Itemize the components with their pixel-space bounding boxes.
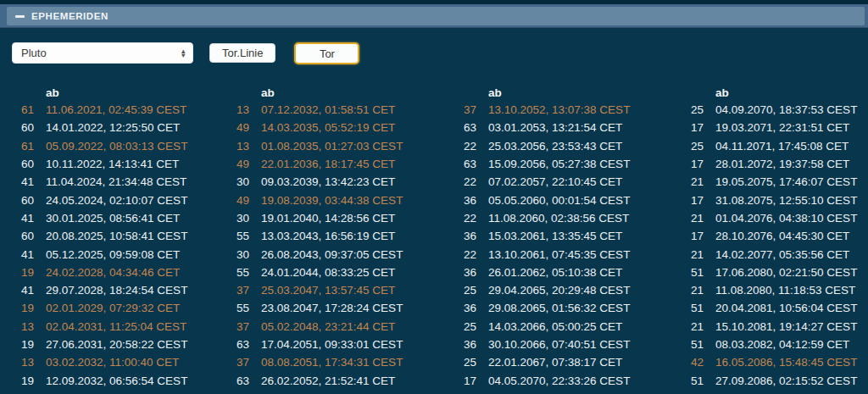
table-row: 4130.01.2025, 08:56:41 CET (12, 209, 227, 227)
gate-number: 37 (227, 320, 249, 333)
entry-datetime: 29.04.2065, 20:29:48 CEST (488, 284, 682, 297)
ephemeris-column: ab2504.09.2070, 18:37:53 CEST1719.03.207… (682, 85, 868, 390)
table-row: 1731.08.2075, 12:55:10 CEST (682, 191, 868, 208)
ephemeris-column: ab3713.10.2052, 13:07:38 CEST6303.01.205… (454, 85, 682, 390)
gate-number: 17 (682, 121, 704, 134)
table-row: 6326.02.2052, 21:52:41 CET (227, 371, 454, 389)
gate-number: 51 (682, 302, 704, 314)
gate-number: 22 (454, 212, 476, 225)
table-row: 3713.10.2052, 13:07:38 CEST (454, 101, 682, 119)
table-row: 1927.06.2031, 20:58:22 CEST (12, 336, 227, 353)
entry-datetime: 14.03.2035, 05:52:19 CET (261, 121, 454, 134)
table-row: 1719.03.2071, 22:31:51 CET (682, 119, 868, 136)
entry-datetime: 23.08.2047, 17:28:24 CEST (261, 302, 454, 314)
entry-datetime: 08.03.2082, 04:12:59 CET (715, 338, 868, 351)
table-row: 3019.01.2040, 14:28:56 CET (227, 209, 454, 227)
gate-number: 51 (682, 375, 704, 387)
table-row: 4129.07.2028, 18:24:54 CEST (12, 281, 227, 299)
table-row: 1301.08.2035, 01:27:03 CEST (227, 137, 454, 155)
gate-number: 37 (454, 103, 476, 116)
table-row: 6315.09.2056, 05:27:38 CEST (454, 155, 682, 173)
table-row: 1728.01.2072, 19:37:58 CET (682, 155, 868, 173)
gate-number: 17 (682, 158, 704, 170)
table-row: 2211.08.2060, 02:38:56 CEST (454, 209, 682, 227)
entry-datetime: 17.06.2080, 02:21:50 CEST (715, 266, 868, 279)
entry-datetime: 26.08.2043, 09:37:05 CEST (261, 248, 454, 261)
gate-number: 60 (12, 230, 34, 242)
entry-datetime: 13.10.2061, 07:45:35 CEST (488, 248, 682, 261)
entry-datetime: 15.10.2081, 19:14:27 CEST (715, 320, 868, 333)
gate-number: 13 (227, 103, 249, 116)
entry-datetime: 04.11.2071, 17:45:08 CET (715, 140, 868, 153)
entry-datetime: 19.03.2071, 22:31:51 CET (715, 121, 868, 134)
table-row: 1303.02.2032, 11:00:40 CET (12, 353, 227, 371)
gate-number: 60 (12, 194, 34, 207)
entry-datetime: 17.04.2051, 09:33:01 CEST (261, 338, 454, 351)
gate-number: 25 (454, 284, 476, 297)
table-row: 5120.04.2081, 10:56:04 CEST (682, 299, 868, 317)
tor-button[interactable]: Tor (294, 42, 359, 64)
entry-datetime: 05.12.2025, 09:59:08 CET (46, 248, 227, 261)
table-row: 6317.04.2051, 09:33:01 CEST (227, 336, 454, 353)
entry-datetime: 26.01.2062, 05:10:38 CET (488, 266, 682, 279)
table-row: 4922.01.2036, 18:17:45 CET (227, 155, 454, 173)
gate-number: 17 (454, 375, 476, 387)
tor-linie-button[interactable]: Tor.Linie (209, 43, 275, 63)
table-row: 1912.09.2032, 06:56:54 CEST (12, 371, 227, 389)
gate-number: 21 (682, 284, 704, 297)
gate-number: 17 (682, 194, 704, 207)
entry-datetime: 01.08.2035, 01:27:03 CEST (261, 140, 454, 153)
panel-header[interactable]: EPHEMERIDEN (7, 7, 865, 25)
table-row: 3705.02.2048, 23:21:44 CET (227, 318, 454, 336)
entry-datetime: 15.03.2061, 13:35:45 CET (488, 230, 682, 242)
gate-number: 49 (227, 121, 249, 134)
column-header-row: ab (682, 85, 868, 101)
table-row: 3009.03.2039, 13:42:23 CET (227, 173, 454, 191)
gate-number: 49 (227, 194, 249, 207)
entry-datetime: 05.05.2060, 00:01:54 CEST (488, 194, 682, 207)
gate-number: 41 (12, 248, 34, 261)
table-row: 5127.09.2086, 02:15:52 CEST (682, 371, 868, 389)
gate-number: 25 (682, 140, 704, 153)
gate-number: 36 (454, 266, 476, 279)
gate-number: 19 (12, 266, 34, 279)
gate-number: 49 (227, 158, 249, 170)
table-row: 4919.08.2039, 03:44:38 CEST (227, 191, 454, 208)
table-row: 4914.03.2035, 05:52:19 CET (227, 119, 454, 136)
gate-number: 42 (682, 356, 704, 369)
entry-datetime: 13.03.2043, 16:56:19 CET (261, 230, 454, 242)
table-row: 2504.09.2070, 18:37:53 CEST (682, 101, 868, 119)
table-row: 1924.02.2028, 04:34:46 CET (12, 264, 227, 281)
entry-datetime: 31.08.2075, 12:55:10 CEST (715, 194, 868, 207)
table-row: 3626.01.2062, 05:10:38 CET (454, 264, 682, 281)
gate-number: 41 (12, 284, 34, 297)
table-row: 5523.08.2047, 17:28:24 CEST (227, 299, 454, 317)
ab-column-header: ab (261, 86, 454, 99)
table-row: 2529.04.2065, 20:29:48 CEST (454, 281, 682, 299)
entry-datetime: 29.07.2028, 18:24:54 CEST (46, 284, 227, 297)
ab-column-header: ab (46, 86, 227, 99)
gate-number: 63 (454, 158, 476, 170)
ab-column-header: ab (488, 86, 682, 99)
table-row: 5524.01.2044, 08:33:25 CET (227, 264, 454, 281)
gate-number: 55 (227, 302, 249, 314)
gate-number: 13 (12, 320, 34, 333)
table-row: 5117.06.2080, 02:21:50 CEST (682, 264, 868, 281)
planet-select[interactable]: Pluto ▲▼ (12, 42, 193, 64)
gate-number: 22 (454, 140, 476, 153)
controls-row: Pluto ▲▼ Tor.Linie Tor (12, 42, 868, 64)
table-row: 2514.03.2066, 05:00:25 CET (454, 318, 682, 336)
entry-datetime: 11.04.2024, 21:34:48 CEST (46, 175, 227, 188)
entry-datetime: 19.05.2075, 17:46:07 CEST (715, 175, 868, 188)
table-row: 2225.03.2056, 23:53:43 CET (454, 137, 682, 155)
gate-number: 63 (227, 338, 249, 351)
gate-number: 13 (227, 140, 249, 153)
collapse-minus-icon[interactable] (15, 15, 25, 18)
gate-number: 37 (227, 284, 249, 297)
table-row: 4105.12.2025, 09:59:08 CET (12, 245, 227, 263)
table-row: 4111.04.2024, 21:34:48 CEST (12, 173, 227, 191)
gate-number: 19 (12, 338, 34, 351)
table-row: 1728.10.2076, 04:45:30 CET (682, 227, 868, 245)
entry-datetime: 27.09.2086, 02:15:52 CEST (715, 375, 868, 387)
table-row: 6020.08.2025, 10:58:41 CEST (12, 227, 227, 245)
